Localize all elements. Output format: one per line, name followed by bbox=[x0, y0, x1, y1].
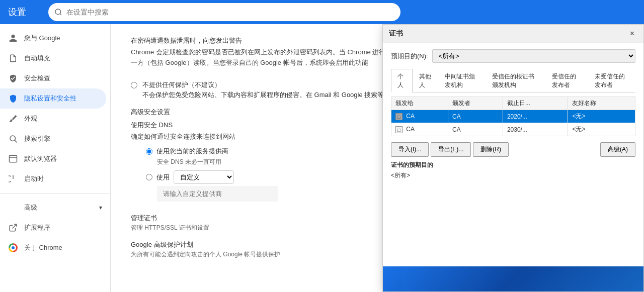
purpose-label: 预期目的(N): bbox=[391, 52, 428, 61]
sidebar-item-extensions[interactable]: 扩展程序 bbox=[0, 218, 106, 238]
cert-icon-0: □ bbox=[395, 113, 403, 120]
chrome-icon bbox=[8, 243, 18, 253]
document-icon bbox=[8, 53, 18, 63]
cert-table-header: 颁发给 颁发者 截止日... 友好名称 bbox=[391, 97, 635, 110]
cert-row-0[interactable]: □ CA CA 2020/... <无> bbox=[391, 110, 635, 123]
cert-table-body: □ CA CA 2020/... <无> □ CA bbox=[391, 110, 635, 136]
cert-tab-personal[interactable]: 个人 bbox=[391, 69, 413, 92]
sidebar: 您与 Google 自动填充 安全检查 隐私设置和安全性 外观 bbox=[0, 24, 111, 292]
dialog-title: 证书 bbox=[389, 29, 403, 38]
cert-col-issued-to: 颁发给 bbox=[391, 97, 448, 110]
sidebar-item-appearance-label: 外观 bbox=[24, 114, 37, 123]
dialog-titlebar: 证书 × bbox=[383, 25, 643, 43]
cert-tab-trusted-publisher[interactable]: 受信任的发布者 bbox=[545, 69, 588, 92]
svg-line-1 bbox=[60, 14, 61, 15]
cert-purpose-value: <所有> bbox=[391, 171, 635, 180]
cert-tab-other[interactable]: 其他人 bbox=[413, 69, 438, 92]
dns-custom-select[interactable]: 自定义 bbox=[174, 170, 234, 184]
export-button[interactable]: 导出(E)... bbox=[431, 142, 471, 157]
no-protection-radio[interactable] bbox=[131, 82, 137, 88]
svg-point-2 bbox=[10, 136, 16, 141]
sidebar-item-google[interactable]: 您与 Google bbox=[0, 28, 106, 48]
magnifier-icon bbox=[8, 134, 18, 144]
sidebar-item-privacy-label: 隐私设置和安全性 bbox=[24, 94, 76, 103]
cert-row1-issued-by: CA bbox=[448, 123, 503, 136]
cert-tab-trusted-root[interactable]: 受信任的根证书颁发机构 bbox=[486, 69, 545, 92]
search-icon bbox=[54, 8, 62, 16]
browser-icon bbox=[8, 154, 18, 164]
main-layout: 您与 Google 自动填充 安全检查 隐私设置和安全性 外观 bbox=[0, 24, 644, 292]
dns-custom-input[interactable] bbox=[157, 186, 278, 202]
sidebar-item-about[interactable]: 关于 Chrome bbox=[0, 238, 106, 258]
cert-col-expires: 截止日... bbox=[503, 97, 568, 110]
sidebar-item-extensions-label: 扩展程序 bbox=[24, 223, 50, 232]
dialog-bottom-strip bbox=[383, 266, 643, 291]
cert-tab-intermediate[interactable]: 中间证书颁发机构 bbox=[438, 69, 486, 92]
sidebar-advanced-label: 高级 bbox=[24, 203, 37, 212]
cert-col-issued-by: 颁发者 bbox=[448, 97, 503, 110]
sidebar-item-safety-label: 安全检查 bbox=[24, 74, 50, 83]
person-icon bbox=[8, 33, 18, 43]
brush-icon bbox=[8, 114, 18, 124]
svg-rect-4 bbox=[10, 155, 17, 162]
import-button[interactable]: 导入(I)... bbox=[391, 142, 429, 157]
sidebar-item-safety[interactable]: 安全检查 bbox=[0, 68, 106, 88]
cert-row0-expires: 2020/... bbox=[503, 110, 568, 123]
sidebar-item-autofill-label: 自动填充 bbox=[24, 54, 50, 63]
advanced-icon bbox=[8, 203, 18, 213]
sidebar-item-browser-label: 默认浏览器 bbox=[24, 154, 57, 163]
cert-row0-issued-by: CA bbox=[448, 110, 503, 123]
search-bar bbox=[48, 3, 400, 21]
svg-line-3 bbox=[15, 140, 17, 142]
sidebar-item-google-label: 您与 Google bbox=[24, 34, 60, 43]
cert-tabs: 个人 其他人 中间证书颁发机构 受信任的根证书颁发机构 受信任的发布者 bbox=[391, 69, 635, 92]
cert-tab-untrusted[interactable]: 未受信任的发布者 bbox=[588, 69, 635, 92]
cert-row0-issued-to: □ CA bbox=[391, 110, 448, 123]
cert-purpose-section: 证书的预期目的 <所有> bbox=[391, 161, 635, 180]
dialog-body: 预期目的(N): <所有> 个人 其他人 中间证书颁发机构 bbox=[383, 43, 643, 266]
sidebar-item-autofill[interactable]: 自动填充 bbox=[0, 48, 106, 68]
sidebar-item-about-label: 关于 Chrome bbox=[24, 243, 62, 252]
sidebar-divider bbox=[0, 193, 110, 193]
advanced-button[interactable]: 高级(A) bbox=[600, 142, 635, 157]
cert-table: 颁发给 颁发者 截止日... 友好名称 □ CA CA bbox=[391, 96, 635, 136]
dns-option2-label: 使用 bbox=[156, 173, 170, 182]
external-icon bbox=[8, 223, 18, 233]
purpose-row: 预期目的(N): <所有> bbox=[391, 49, 635, 63]
cert-row-1[interactable]: □ CA CA 2030/... <无> bbox=[391, 123, 635, 136]
svg-point-6 bbox=[12, 246, 15, 249]
cert-row1-expires: 2030/... bbox=[503, 123, 568, 136]
power-icon bbox=[8, 174, 18, 184]
delete-button[interactable]: 删除(R) bbox=[473, 142, 509, 157]
page-title: 设置 bbox=[8, 6, 38, 18]
sidebar-item-search[interactable]: 搜索引擎 bbox=[0, 129, 106, 149]
cert-col-friendly: 友好名称 bbox=[568, 97, 635, 110]
dns-custom-radio[interactable] bbox=[146, 174, 152, 180]
shield-check-icon bbox=[8, 73, 18, 83]
topbar: 设置 bbox=[0, 0, 644, 24]
search-input[interactable] bbox=[66, 8, 394, 16]
dns-option1-label: 使用您当前的服务提供商 bbox=[156, 147, 228, 156]
cert-row1-issued-to: □ CA bbox=[391, 123, 448, 136]
sidebar-item-appearance[interactable]: 外观 bbox=[0, 109, 106, 129]
sidebar-item-startup-label: 启动时 bbox=[24, 174, 44, 183]
sidebar-item-browser[interactable]: 默认浏览器 bbox=[0, 149, 106, 169]
cert-row1-friendly: <无> bbox=[568, 123, 635, 136]
cert-purpose-title: 证书的预期目的 bbox=[391, 161, 635, 169]
cert-row0-friendly: <无> bbox=[568, 110, 635, 123]
shield-blue-icon bbox=[8, 93, 18, 104]
content-area: 在密码遭遇数据泄露时，向您发出警告 Chrome 会定期检查您的密码是否已被列在… bbox=[111, 24, 644, 292]
svg-point-0 bbox=[55, 9, 61, 15]
cert-actions: 导入(I)... 导出(E)... 删除(R) 高级(A) bbox=[391, 142, 635, 157]
purpose-select[interactable]: <所有> bbox=[432, 49, 635, 63]
sidebar-item-search-label: 搜索引擎 bbox=[24, 134, 50, 143]
cert-icon-1: □ bbox=[395, 126, 403, 133]
dialog-close-button[interactable]: × bbox=[627, 29, 637, 39]
sidebar-item-privacy[interactable]: 隐私设置和安全性 bbox=[0, 88, 106, 109]
sidebar-advanced[interactable]: 高级 ▾ bbox=[0, 198, 110, 218]
cert-dialog: 证书 × 预期目的(N): <所有> 个人 其他人 bbox=[382, 24, 644, 292]
sidebar-item-startup[interactable]: 启动时 bbox=[0, 169, 106, 189]
chevron-down-icon: ▾ bbox=[99, 204, 102, 211]
dns-current-radio[interactable] bbox=[146, 148, 152, 155]
